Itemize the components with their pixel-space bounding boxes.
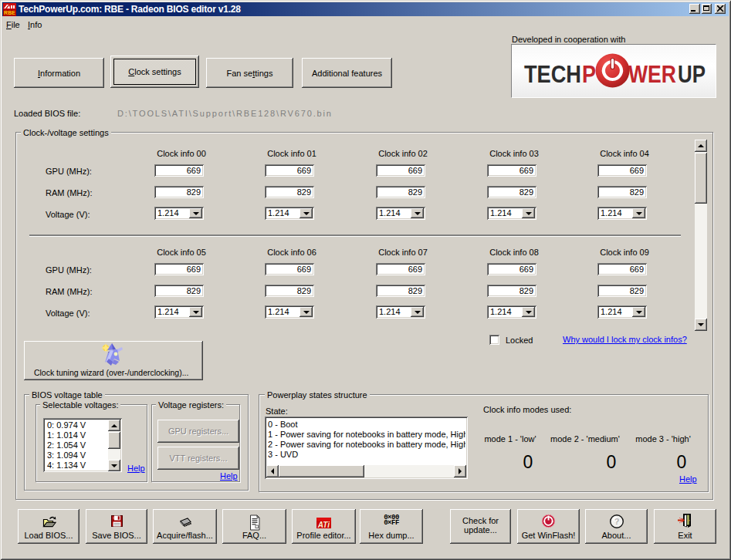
svg-text:TECH: TECH [524, 60, 581, 88]
svg-text:?: ? [614, 517, 619, 526]
svg-text:ATi: ATi [317, 521, 330, 529]
svg-text:UP: UP [678, 60, 706, 88]
svg-text:RBE: RBE [4, 10, 15, 15]
svg-text:WER: WER [628, 60, 676, 88]
svg-text:P: P [582, 60, 596, 88]
